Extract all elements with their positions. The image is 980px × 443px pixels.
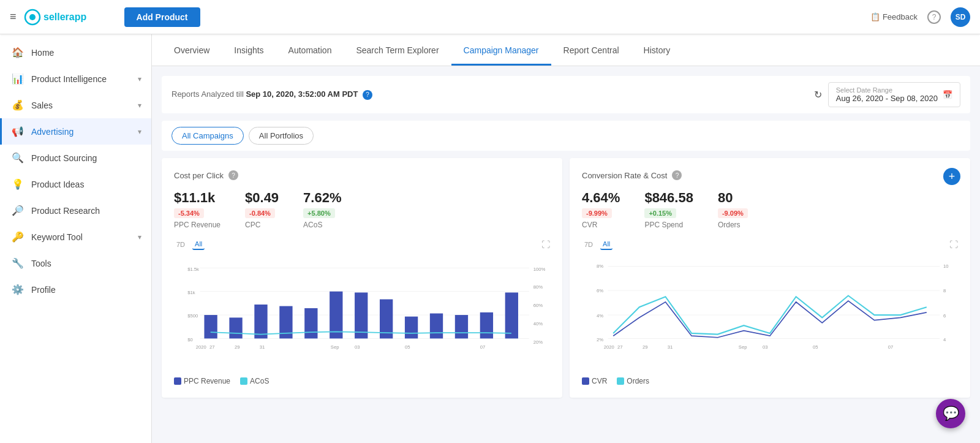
cpc-value-0: $11.1k	[174, 190, 221, 206]
cpc-chart-container: $1.5k $1k $500 $0 100% 80% 60% 40% 20%	[174, 255, 550, 372]
cvr-chart-controls: 7D All ⛶	[582, 239, 958, 250]
sidebar-item-product-ideas[interactable]: 💡 Product Ideas	[0, 171, 151, 197]
svg-text:10: 10	[943, 263, 949, 269]
cvr-expand-btn[interactable]: ⛶	[949, 240, 958, 249]
svg-text:4%: 4%	[597, 313, 603, 319]
add-product-button[interactable]: Add Product	[124, 7, 200, 27]
date-range-selector[interactable]: Select Date Range Aug 26, 2020 - Sep 08,…	[828, 82, 960, 107]
cpc-metric-1: $0.49 -0.84% CPC	[245, 190, 279, 229]
svg-text:03: 03	[355, 344, 360, 350]
all-portfolios-filter[interactable]: All Portfolios	[249, 127, 314, 145]
sidebar-icon-profile: ⚙️	[12, 284, 24, 295]
sidebar-item-product-research[interactable]: 🔎 Product Research	[0, 197, 151, 224]
sidebar-item-advertising[interactable]: 📢 Advertising ▾	[0, 118, 151, 145]
svg-text:2%: 2%	[597, 337, 603, 343]
svg-text:29: 29	[235, 344, 240, 350]
cpc-value-2: 7.62%	[303, 190, 341, 206]
chevron-icon-sales: ▾	[138, 101, 141, 110]
cpc-metric-0: $11.1k -5.34% PPC Revenue	[174, 190, 221, 229]
info-icon[interactable]: ?	[363, 90, 372, 100]
cvr-badge-1: +0.15%	[644, 208, 676, 218]
sub-nav: OverviewInsightsAutomationSearch Term Ex…	[152, 34, 980, 66]
sub-nav-item-insights[interactable]: Insights	[222, 34, 276, 66]
date-range-label: Select Date Range	[836, 86, 938, 94]
reports-label: Reports Analyzed till Sep 10, 2020, 3:52…	[172, 89, 372, 99]
cpc-info-icon[interactable]: ?	[228, 170, 238, 180]
date-range-value: Aug 26, 2020 - Sep 08, 2020	[836, 94, 938, 103]
header-right: 📋 Feedback ? SD	[870, 7, 970, 27]
svg-text:6%: 6%	[597, 288, 603, 293]
sidebar-item-product-intelligence[interactable]: 📊 Product Intelligence ▾	[0, 66, 151, 92]
sidebar-item-sales[interactable]: 💰 Sales ▾	[0, 92, 151, 118]
cvr-value-2: 80	[718, 190, 748, 206]
cvr-metrics-row: 4.64% -9.99% CVR $846.58 +0.15% PPC Spen…	[582, 190, 958, 229]
sidebar-item-product-sourcing[interactable]: 🔍 Product Sourcing	[0, 145, 151, 171]
cvr-info-icon[interactable]: ?	[672, 170, 682, 180]
cpc-label-1: CPC	[245, 221, 279, 229]
cpc-legend-acos: ACoS	[240, 377, 269, 385]
help-icon[interactable]: ?	[927, 10, 941, 24]
sidebar-label-product-intelligence: Product Intelligence	[31, 74, 107, 84]
chevron-icon-product-intelligence: ▾	[138, 75, 141, 83]
cpc-chart-svg: $1.5k $1k $500 $0 100% 80% 60% 40% 20%	[174, 255, 550, 370]
cpc-all-btn[interactable]: All	[192, 239, 205, 250]
sub-nav-item-campaign-manager[interactable]: Campaign Manager	[451, 34, 551, 66]
sidebar: 🏠 Home 📊 Product Intelligence ▾ 💰 Sales …	[0, 34, 152, 443]
cpc-label-2: ACoS	[303, 221, 341, 229]
cpc-badge-0: -5.34%	[174, 208, 204, 218]
sub-nav-item-report-central[interactable]: Report Central	[551, 34, 631, 66]
cpc-badge-1: -0.84%	[245, 208, 275, 218]
cost-per-click-card: Cost per Click ? $11.1k -5.34% PPC Reven…	[162, 158, 562, 398]
cpc-legend-acos-dot	[240, 377, 247, 385]
cvr-label-1: PPC Spend	[644, 221, 693, 229]
sidebar-item-home[interactable]: 🏠 Home	[0, 39, 151, 66]
sidebar-label-product-ideas: Product Ideas	[31, 180, 84, 189]
sidebar-item-keyword-tool[interactable]: 🔑 Keyword Tool ▾	[0, 224, 151, 250]
cvr-legend-orders: Orders	[617, 377, 649, 385]
svg-rect-20	[304, 308, 317, 338]
refresh-icon[interactable]: ↻	[814, 89, 822, 100]
avatar[interactable]: SD	[951, 7, 970, 27]
feedback-icon: 📋	[870, 12, 880, 21]
svg-text:8%: 8%	[597, 263, 603, 269]
sidebar-icon-product-sourcing: 🔍	[12, 152, 24, 164]
cpc-7d-btn[interactable]: 7D	[174, 240, 187, 249]
sidebar-item-profile[interactable]: ⚙️ Profile	[0, 276, 151, 303]
cpc-chart-legend: PPC Revenue ACoS	[174, 377, 550, 385]
sidebar-label-keyword-tool: Keyword Tool	[31, 232, 83, 242]
sub-nav-item-automation[interactable]: Automation	[276, 34, 344, 66]
svg-text:Sep: Sep	[739, 344, 747, 350]
cpc-expand-btn[interactable]: ⛶	[541, 240, 550, 249]
top-info-bar: Reports Analyzed till Sep 10, 2020, 3:52…	[162, 76, 970, 113]
cvr-chart-container: 8% 6% 4% 2% 10 8 6 4	[582, 255, 958, 372]
logo[interactable]: sellerapp	[24, 9, 110, 26]
svg-text:6: 6	[943, 313, 946, 319]
svg-rect-26	[455, 315, 468, 338]
cvr-metric-0: 4.64% -9.99% CVR	[582, 190, 620, 229]
cvr-7d-btn[interactable]: 7D	[582, 240, 595, 249]
chat-fab[interactable]: 💬	[936, 399, 965, 428]
cvr-value-1: $846.58	[644, 190, 693, 206]
sidebar-label-advertising: Advertising	[31, 127, 74, 137]
svg-text:07: 07	[888, 344, 894, 350]
sub-nav-item-overview[interactable]: Overview	[162, 34, 222, 66]
svg-text:27: 27	[617, 344, 623, 350]
page-body: Reports Analyzed till Sep 10, 2020, 3:52…	[152, 66, 980, 407]
sub-nav-item-history[interactable]: History	[631, 34, 683, 66]
svg-rect-22	[355, 292, 368, 338]
sidebar-item-tools[interactable]: 🔧 Tools	[0, 250, 151, 276]
chevron-icon-keyword-tool: ▾	[138, 233, 141, 241]
svg-rect-28	[505, 292, 518, 338]
cvr-all-btn[interactable]: All	[600, 239, 612, 250]
sub-nav-item-search-term-explorer[interactable]: Search Term Explorer	[344, 34, 451, 66]
feedback-button[interactable]: 📋 Feedback	[870, 12, 918, 21]
svg-text:100%: 100%	[533, 267, 546, 272]
svg-rect-24	[405, 317, 418, 339]
cvr-legend-orders-dot	[617, 377, 624, 385]
cpc-value-1: $0.49	[245, 190, 279, 206]
chart-add-button[interactable]: +	[943, 168, 960, 185]
sidebar-icon-sales: 💰	[12, 99, 24, 111]
all-campaigns-filter[interactable]: All Campaigns	[172, 127, 244, 145]
svg-text:$500: $500	[187, 313, 198, 319]
hamburger-icon[interactable]: ≡	[10, 10, 17, 23]
